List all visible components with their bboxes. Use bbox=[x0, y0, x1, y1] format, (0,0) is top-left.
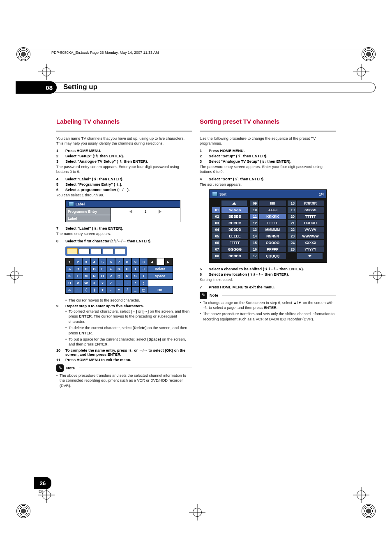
sort-row-value: RRRRR bbox=[297, 200, 324, 206]
sort-row-value: YYYYY bbox=[297, 246, 324, 252]
sort-panel-title: Sort bbox=[219, 192, 226, 196]
kbd-key: 0 bbox=[140, 258, 148, 265]
label-panel-title: Label bbox=[76, 202, 85, 206]
sort-row-number: 21 bbox=[288, 220, 296, 226]
sort-row-value: WWWWW bbox=[297, 233, 324, 239]
sort-row-number: 03 bbox=[212, 220, 220, 226]
sort-row-number: 20 bbox=[288, 214, 296, 219]
note-text-left: The above procedure transfers and sets t… bbox=[56, 373, 192, 388]
kbd-key: , bbox=[115, 279, 123, 286]
section-heading-sorting: Sorting preset TV channels bbox=[200, 118, 336, 127]
sort-row-number: 01 bbox=[212, 207, 220, 213]
sort-row: 23WWWWW bbox=[288, 233, 324, 239]
note-badge-right: ✎ Note bbox=[200, 292, 336, 299]
sort-row-value: XXXXX bbox=[297, 240, 324, 246]
kbd-key: L bbox=[74, 272, 82, 279]
sort-row-value: PPPPP bbox=[259, 246, 286, 252]
sort-row-value: JJJJJ bbox=[259, 207, 286, 213]
sort-row-value: QQQQQ bbox=[259, 253, 286, 259]
page-number-badge: 26 bbox=[34, 477, 51, 489]
kbd-key: 6 bbox=[107, 258, 115, 265]
crop-cross-tl bbox=[38, 64, 55, 80]
kbd-key: Q bbox=[115, 272, 123, 279]
sort-row-number: 19 bbox=[288, 207, 296, 213]
kbd-key: M bbox=[82, 272, 90, 279]
step-1: 1Press HOME MENU. bbox=[56, 149, 192, 153]
label-panel: Label Programme Entry 1 Label bbox=[65, 200, 180, 222]
sort-row-value: EEEEE bbox=[221, 233, 248, 239]
sort-row-number: 05 bbox=[212, 233, 220, 239]
step-7: 7Select "Label" (↑/↓ then ENTER). bbox=[56, 226, 192, 230]
kbd-key: 9 bbox=[131, 258, 140, 265]
left-column: Labeling TV channels You can name TV cha… bbox=[56, 118, 192, 389]
step-10: 10To complete the name entry, press ↑/↓ … bbox=[56, 348, 192, 357]
kbd-key: V bbox=[74, 279, 82, 286]
sort-row-number: 22 bbox=[288, 227, 296, 233]
kbd-key: * bbox=[115, 286, 123, 293]
tv-icon bbox=[212, 192, 218, 196]
sort-row-value: SSSSS bbox=[297, 207, 324, 213]
kbd-key: ; bbox=[140, 279, 148, 286]
step-8-cursor-note: The cursor moves to the second character… bbox=[65, 298, 192, 303]
label-panel-row-label: Label bbox=[66, 215, 180, 222]
scroll-down-icon bbox=[297, 253, 323, 259]
kbd-key: 1 bbox=[66, 258, 74, 265]
osd-entry-slots bbox=[65, 246, 127, 256]
sort-row-number: 09 bbox=[250, 200, 258, 206]
kbd-key: + bbox=[99, 286, 107, 293]
kbd-key: 3 bbox=[82, 258, 90, 265]
step-9: 9Repeat step 8 to enter up to five chara… bbox=[56, 304, 192, 308]
kbd-key: C bbox=[82, 265, 90, 272]
kbd-key: 4 bbox=[90, 258, 99, 265]
sort-row-value: CCCCC bbox=[221, 220, 248, 226]
label-panel-row-programme: Programme Entry 1 bbox=[66, 208, 180, 215]
crop-cross-right bbox=[369, 267, 385, 283]
kbd-key: W bbox=[82, 279, 90, 286]
sort-row-number: 25 bbox=[288, 246, 296, 252]
sort-row-number: 02 bbox=[212, 214, 220, 219]
kbd-key: T bbox=[140, 272, 148, 279]
sort-row: 01AAAAA bbox=[212, 207, 248, 213]
kbd-key: ' bbox=[74, 286, 82, 293]
crop-cross-tr bbox=[353, 64, 369, 80]
sort-row: 06FFFFF bbox=[212, 240, 248, 246]
kbd-key: D bbox=[90, 265, 99, 272]
labeling-intro: You can name TV channels that you have s… bbox=[56, 136, 192, 146]
sort-row: 03CCCCC bbox=[212, 220, 248, 226]
section-rule bbox=[200, 131, 336, 132]
crop-cross-left bbox=[7, 267, 23, 283]
r-step-4-subtext: The sort screen appears. bbox=[200, 182, 336, 187]
sort-row: 13MMMMM bbox=[250, 227, 286, 233]
programme-entry-value: 1 bbox=[145, 210, 147, 214]
sort-row: 08HHHHH bbox=[212, 253, 248, 259]
kbd-key: X bbox=[90, 279, 99, 286]
sort-row-number: 06 bbox=[212, 240, 220, 246]
step-5: 5Select "Programme Entry" (↑/↓). bbox=[56, 182, 192, 187]
page-number: 26 bbox=[40, 480, 46, 486]
step-7-subtext: The name entry screen appears. bbox=[56, 231, 192, 236]
sort-panel-page: 1/4 bbox=[319, 192, 324, 196]
sort-row-value: TTTTT bbox=[297, 214, 324, 219]
step-4: 4Select "Label" (↑/↓ then ENTER). bbox=[56, 177, 192, 181]
sort-row: 20TTTTT bbox=[288, 214, 324, 219]
kbd-key: O bbox=[99, 272, 107, 279]
kbd-key: 7 bbox=[115, 258, 123, 265]
sort-row-number: 16 bbox=[250, 246, 258, 252]
kbd-key: R bbox=[123, 272, 131, 279]
chapter-number: 08 bbox=[46, 84, 53, 91]
r-step-6-subtext: Sorting is executed. bbox=[200, 277, 336, 282]
kbd-key: Y bbox=[99, 279, 107, 286]
sort-column: 18RRRRR19SSSSS20TTTTT21UUUUU22VVVVV23WWW… bbox=[288, 200, 324, 260]
step-3-subtext: The password entry screen appears. Enter… bbox=[56, 164, 192, 175]
step-11: 11Press HOME MENU to exit the menu. bbox=[56, 358, 192, 362]
crop-cross-br bbox=[353, 487, 369, 503]
r-step-4: 4Select "Sort" (↑/↓ then ENTER). bbox=[200, 177, 336, 181]
note-label: Note bbox=[210, 293, 218, 297]
sort-row-number: 23 bbox=[288, 233, 296, 239]
sort-panel-header: Sort 1/4 bbox=[210, 190, 326, 198]
step-9-bullet-space: To put a space for the current character… bbox=[65, 337, 192, 347]
kbd-key: J bbox=[140, 265, 148, 272]
kbd-key: P bbox=[107, 272, 115, 279]
section-rule bbox=[56, 131, 192, 132]
crop-cross-bottom bbox=[189, 504, 205, 520]
